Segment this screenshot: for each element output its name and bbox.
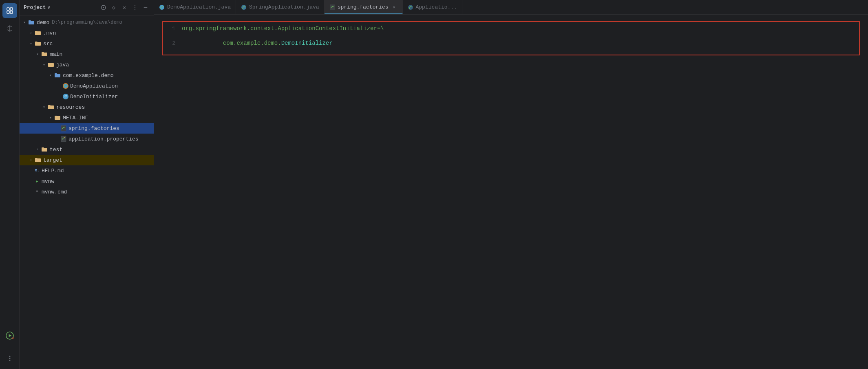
sidebar-actions: ◇ ✕ ⋮ ─: [99, 4, 150, 12]
chevron-icon: ▾: [47, 114, 54, 121]
tree-label-mvn: .mvn: [43, 30, 56, 36]
tree-item-demoinitializer[interactable]: C DemoInitializer: [20, 91, 154, 102]
tree-label-demo: demo: [37, 20, 49, 26]
sidebar-header: Project ∨ ◇ ✕ ⋮ ─: [20, 0, 154, 15]
exe-file-icon: ▶: [34, 178, 40, 184]
chevron-icon: ▾: [41, 62, 47, 68]
code-line-2: 2 com.example.demo.DemoInitializer: [163, 33, 859, 53]
tree-label-meta-inf: META-INF: [63, 115, 88, 121]
code-highlight-box: 1 org.springframework.context.Applicatio…: [162, 21, 860, 55]
code-content-line2: com.example.demo.DemoInitializer: [182, 33, 333, 53]
minimize-button[interactable]: ─: [141, 4, 150, 12]
more-options-button[interactable]: ⋮: [131, 4, 139, 12]
svg-text:JR: JR: [11, 336, 14, 340]
java-spring-icon: [63, 83, 68, 89]
svg-point-6: [9, 356, 10, 357]
tree-item-mvnw[interactable]: ▶ mvnw: [20, 176, 154, 187]
svg-rect-22: [330, 4, 335, 10]
tree-item-main[interactable]: ▾ main: [20, 49, 154, 59]
tree-label-application-properties: application.properties: [68, 136, 139, 142]
folder-special-icon: [54, 72, 61, 79]
folder-icon: [34, 156, 42, 164]
activity-more[interactable]: [2, 351, 17, 366]
svg-point-15: [64, 84, 68, 88]
tree-label-java: java: [56, 62, 69, 68]
svg-point-23: [408, 5, 413, 10]
chevron-icon: ▾: [41, 104, 47, 110]
tree-label-demoapplication: DemoApplication: [70, 83, 118, 89]
spring-file-icon: [60, 125, 67, 132]
tree-label-src: src: [43, 41, 53, 47]
activity-run[interactable]: JR: [2, 328, 17, 343]
tree-item-test[interactable]: › test: [20, 144, 154, 155]
sidebar-title-group[interactable]: Project ∨: [24, 4, 50, 11]
tab-icon-springapplication: [241, 4, 247, 10]
folder-icon: [47, 103, 55, 111]
chevron-icon: ›: [34, 146, 41, 153]
activity-structure[interactable]: [2, 21, 17, 36]
chevron-icon: ›: [28, 30, 34, 36]
tabs-bar: DemoApplication.java SpringApplication.j…: [154, 0, 868, 15]
code-line-1: 1 org.springframework.context.Applicatio…: [163, 24, 859, 33]
svg-point-20: [159, 5, 164, 10]
close-sidebar-button[interactable]: ✕: [120, 4, 128, 12]
properties-file-icon: [60, 136, 67, 142]
line-number-1: 1: [170, 26, 182, 32]
folder-icon: [34, 40, 42, 47]
tree-label-mvnw: mvnw: [42, 178, 54, 184]
tree-item-help-md[interactable]: M↓ HELP.md: [20, 165, 154, 176]
locate-button[interactable]: [99, 4, 107, 12]
tab-springapplication[interactable]: SpringApplication.java: [236, 0, 325, 14]
tree-item-resources[interactable]: ▾ resources: [20, 102, 154, 112]
tab-label-demoapplication: DemoApplication.java: [167, 4, 231, 10]
tab-icon-application: [408, 4, 413, 10]
tree-item-demo[interactable]: ▾ demo D:\programming\Java\demo: [20, 17, 154, 28]
code-segment-prefix: com.example.demo.: [216, 40, 281, 46]
folder-icon: [41, 51, 48, 58]
code-segment-class: DemoInitializer: [281, 40, 333, 46]
svg-point-19: [64, 137, 65, 138]
tree-label-demoinitializer: DemoInitializer: [70, 94, 118, 100]
tree-label-main: main: [50, 51, 62, 57]
sidebar-title: Project: [24, 4, 46, 11]
tree-item-src[interactable]: ▾ src: [20, 38, 154, 49]
tree-item-mvn[interactable]: › .mvn: [20, 28, 154, 38]
tree-item-package[interactable]: ▾ com.example.demo: [20, 70, 154, 81]
svg-point-7: [9, 358, 10, 359]
svg-point-14: [103, 7, 104, 8]
chevron-icon: ▾: [47, 72, 54, 79]
svg-point-17: [64, 127, 65, 127]
code-editor[interactable]: 1 org.springframework.context.Applicatio…: [154, 15, 868, 369]
svg-rect-2: [10, 8, 13, 10]
tab-label-springapplication: SpringApplication.java: [249, 4, 319, 10]
svg-rect-18: [61, 136, 66, 142]
chevron-icon: ▾: [34, 51, 41, 57]
tab-icon-demoapplication: [159, 4, 165, 10]
tab-spring-factories[interactable]: spring.factories ✕: [325, 0, 403, 14]
tree-item-java[interactable]: ▾ java: [20, 59, 154, 70]
tree-label-help-md: HELP.md: [42, 168, 64, 174]
tree-item-mvnw-cmd[interactable]: ≡ mvnw.cmd: [20, 187, 154, 197]
sidebar-chevron-icon: ∨: [48, 5, 51, 10]
tree-item-spring-factories[interactable]: spring.factories: [20, 123, 154, 134]
tree-item-meta-inf[interactable]: ▾ META-INF: [20, 112, 154, 123]
activity-explorer[interactable]: [2, 3, 17, 18]
tree-item-target[interactable]: › target: [20, 155, 154, 165]
tab-application[interactable]: Applicatio...: [403, 0, 462, 14]
svg-rect-16: [61, 125, 66, 131]
tree-label-target: target: [43, 157, 62, 163]
code-content-line1: org.springframework.context.ApplicationC…: [182, 25, 384, 32]
tree-item-application-properties[interactable]: application.properties: [20, 134, 154, 144]
tab-label-spring-factories: spring.factories: [338, 4, 389, 10]
svg-rect-1: [7, 11, 9, 13]
tree-item-demoapplication[interactable]: DemoApplication: [20, 81, 154, 91]
cmd-file-icon: ≡: [34, 189, 40, 195]
tab-close-spring-factories[interactable]: ✕: [391, 4, 398, 11]
interface-icon: C: [63, 94, 68, 99]
folder-icon: [34, 29, 42, 37]
expand-button[interactable]: ◇: [110, 4, 118, 12]
folder-icon: [28, 19, 35, 26]
tab-demoapplication[interactable]: DemoApplication.java: [154, 0, 236, 14]
tab-label-application: Applicatio...: [416, 4, 457, 10]
svg-point-8: [9, 360, 10, 361]
